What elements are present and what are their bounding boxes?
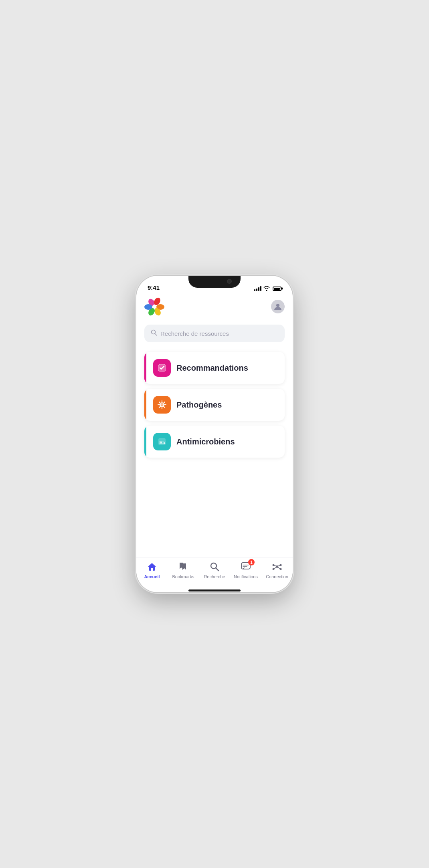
tab-item-accueil[interactable]: Accueil <box>140 561 164 579</box>
home-icon <box>146 561 158 573</box>
tab-label-connection: Connection <box>266 574 288 579</box>
svg-text:Rx: Rx <box>159 439 166 445</box>
svg-point-35 <box>280 564 282 566</box>
antimicrobiens-icon: Rx <box>153 433 171 450</box>
svg-line-41 <box>278 567 280 569</box>
wifi-icon <box>263 286 270 291</box>
menu-item-recommandations[interactable]: Recommandations <box>144 352 285 384</box>
app-header <box>144 297 285 317</box>
svg-point-22 <box>162 404 164 405</box>
notifications-badge: 1 <box>248 559 255 565</box>
phone-screen: 9:41 <box>136 276 293 592</box>
phone-frame: 9:41 <box>136 276 293 592</box>
profile-avatar[interactable] <box>271 300 285 313</box>
tab-item-recherche[interactable]: Recherche <box>202 561 227 579</box>
app-logo <box>144 297 164 317</box>
tab-label-notifications: Notifications <box>234 574 258 579</box>
svg-line-20 <box>159 406 160 408</box>
svg-point-6 <box>152 305 156 309</box>
pathogenes-icon <box>153 396 171 414</box>
notch-camera <box>227 279 232 284</box>
svg-point-34 <box>273 564 275 566</box>
pathogenes-border <box>144 389 146 421</box>
tab-label-bookmarks: Bookmarks <box>172 574 194 579</box>
menu-item-antimicrobiens[interactable]: Rx Antimicrobiens <box>144 426 285 458</box>
svg-line-29 <box>216 568 219 571</box>
tab-item-connection[interactable]: Connection <box>265 561 289 579</box>
svg-point-36 <box>273 568 275 570</box>
status-time: 9:41 <box>148 284 160 291</box>
signal-icon <box>254 286 261 291</box>
svg-point-5 <box>144 304 152 310</box>
svg-line-40 <box>274 567 276 569</box>
svg-line-9 <box>155 334 157 336</box>
tab-label-recherche: Recherche <box>204 574 225 579</box>
status-icons <box>254 286 281 291</box>
search-placeholder: Recherche de ressources <box>160 330 229 337</box>
battery-icon <box>273 287 281 291</box>
tab-item-bookmarks[interactable]: Bookmarks <box>171 561 195 579</box>
pathogenes-label: Pathogènes <box>176 400 222 410</box>
svg-line-39 <box>278 565 280 567</box>
search-tab-icon <box>209 561 220 573</box>
svg-line-17 <box>159 402 160 403</box>
search-icon <box>151 329 157 337</box>
recommandations-label: Recommandations <box>176 363 248 373</box>
bookmarks-icon <box>178 561 188 573</box>
recommandations-border <box>144 352 146 384</box>
svg-rect-27 <box>151 568 153 571</box>
home-indicator <box>136 590 293 592</box>
home-indicator-bar <box>188 589 241 591</box>
antimicrobiens-border <box>144 426 146 458</box>
tab-bar: Accueil Bookmarks <box>136 557 293 590</box>
svg-line-18 <box>164 406 165 408</box>
tab-item-notifications[interactable]: 1 Notifications <box>234 561 258 579</box>
svg-point-37 <box>280 568 282 570</box>
svg-point-23 <box>162 405 163 406</box>
connection-icon <box>271 561 283 573</box>
antimicrobiens-label: Antimicrobiens <box>176 437 235 446</box>
menu-list: Recommandations <box>144 352 285 458</box>
svg-line-19 <box>164 402 165 403</box>
recommandations-icon <box>153 359 171 377</box>
svg-point-21 <box>161 404 162 405</box>
svg-point-7 <box>276 304 279 307</box>
notifications-icon: 1 <box>240 561 251 573</box>
svg-line-38 <box>274 565 276 567</box>
tab-label-accueil: Accueil <box>144 574 160 579</box>
main-content: Recherche de ressources Recommandatio <box>136 293 293 557</box>
search-bar[interactable]: Recherche de ressources <box>144 325 285 342</box>
menu-item-pathogenes[interactable]: Pathogènes <box>144 389 285 421</box>
notch <box>188 276 241 288</box>
svg-point-33 <box>276 565 278 568</box>
